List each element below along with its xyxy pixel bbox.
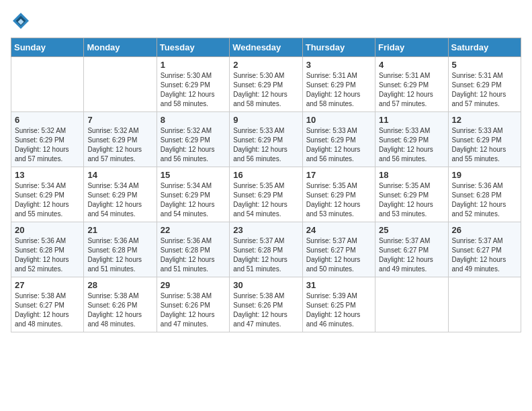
- calendar-day-header: Tuesday: [157, 38, 229, 57]
- calendar-cell: [375, 277, 448, 332]
- calendar-cell: 2Sunrise: 5:30 AM Sunset: 6:29 PM Daylig…: [230, 57, 302, 112]
- day-info: Sunrise: 5:33 AM Sunset: 6:29 PM Dayligh…: [379, 126, 444, 164]
- calendar-cell: 6Sunrise: 5:32 AM Sunset: 6:29 PM Daylig…: [11, 112, 84, 167]
- day-info: Sunrise: 5:38 AM Sunset: 6:27 PM Dayligh…: [15, 291, 80, 329]
- calendar-week-row: 20Sunrise: 5:36 AM Sunset: 6:28 PM Dayli…: [11, 222, 521, 277]
- day-info: Sunrise: 5:34 AM Sunset: 6:29 PM Dayligh…: [15, 181, 80, 219]
- day-number: 9: [233, 115, 298, 125]
- calendar-cell: 9Sunrise: 5:33 AM Sunset: 6:29 PM Daylig…: [230, 112, 302, 167]
- calendar-header-row: SundayMondayTuesdayWednesdayThursdayFrid…: [11, 38, 521, 57]
- calendar-cell: [84, 57, 157, 112]
- calendar-cell: 29Sunrise: 5:38 AM Sunset: 6:26 PM Dayli…: [157, 277, 229, 332]
- day-number: 16: [233, 170, 298, 180]
- day-info: Sunrise: 5:34 AM Sunset: 6:29 PM Dayligh…: [161, 181, 226, 219]
- day-number: 11: [379, 115, 444, 125]
- day-number: 8: [161, 115, 226, 125]
- day-info: Sunrise: 5:37 AM Sunset: 6:28 PM Dayligh…: [233, 236, 298, 274]
- day-info: Sunrise: 5:37 AM Sunset: 6:27 PM Dayligh…: [452, 236, 517, 274]
- calendar-week-row: 6Sunrise: 5:32 AM Sunset: 6:29 PM Daylig…: [11, 112, 521, 167]
- day-number: 14: [87, 170, 152, 180]
- calendar-cell: 10Sunrise: 5:33 AM Sunset: 6:29 PM Dayli…: [302, 112, 375, 167]
- day-info: Sunrise: 5:36 AM Sunset: 6:28 PM Dayligh…: [87, 236, 152, 274]
- day-info: Sunrise: 5:35 AM Sunset: 6:29 PM Dayligh…: [379, 181, 444, 219]
- day-info: Sunrise: 5:38 AM Sunset: 6:26 PM Dayligh…: [233, 291, 298, 329]
- calendar-cell: 26Sunrise: 5:37 AM Sunset: 6:27 PM Dayli…: [448, 222, 521, 277]
- calendar-cell: 31Sunrise: 5:39 AM Sunset: 6:25 PM Dayli…: [302, 277, 375, 332]
- day-number: 10: [306, 115, 371, 125]
- calendar-cell: 23Sunrise: 5:37 AM Sunset: 6:28 PM Dayli…: [230, 222, 302, 277]
- calendar-week-row: 1Sunrise: 5:30 AM Sunset: 6:29 PM Daylig…: [11, 57, 521, 112]
- calendar-cell: 22Sunrise: 5:36 AM Sunset: 6:28 PM Dayli…: [157, 222, 229, 277]
- day-info: Sunrise: 5:33 AM Sunset: 6:29 PM Dayligh…: [452, 126, 517, 164]
- day-number: 7: [87, 115, 152, 125]
- day-info: Sunrise: 5:35 AM Sunset: 6:29 PM Dayligh…: [233, 181, 298, 219]
- day-info: Sunrise: 5:35 AM Sunset: 6:29 PM Dayligh…: [306, 181, 371, 219]
- logo-icon: [11, 11, 31, 31]
- day-info: Sunrise: 5:33 AM Sunset: 6:29 PM Dayligh…: [233, 126, 298, 164]
- calendar-cell: 4Sunrise: 5:31 AM Sunset: 6:29 PM Daylig…: [375, 57, 448, 112]
- calendar-cell: 15Sunrise: 5:34 AM Sunset: 6:29 PM Dayli…: [157, 167, 229, 222]
- calendar-cell: 16Sunrise: 5:35 AM Sunset: 6:29 PM Dayli…: [230, 167, 302, 222]
- calendar-day-header: Thursday: [302, 38, 375, 57]
- day-info: Sunrise: 5:31 AM Sunset: 6:29 PM Dayligh…: [452, 71, 517, 109]
- day-info: Sunrise: 5:33 AM Sunset: 6:29 PM Dayligh…: [306, 126, 371, 164]
- page-header: [11, 11, 521, 31]
- calendar-cell: [11, 57, 84, 112]
- day-number: 26: [452, 225, 517, 235]
- day-number: 28: [87, 280, 152, 290]
- day-number: 25: [379, 225, 444, 235]
- day-number: 5: [452, 60, 517, 70]
- calendar-cell: 14Sunrise: 5:34 AM Sunset: 6:29 PM Dayli…: [84, 167, 157, 222]
- calendar-day-header: Sunday: [11, 38, 84, 57]
- day-info: Sunrise: 5:37 AM Sunset: 6:27 PM Dayligh…: [379, 236, 444, 274]
- day-info: Sunrise: 5:38 AM Sunset: 6:26 PM Dayligh…: [87, 291, 152, 329]
- calendar-cell: 12Sunrise: 5:33 AM Sunset: 6:29 PM Dayli…: [448, 112, 521, 167]
- calendar-day-header: Friday: [375, 38, 448, 57]
- day-info: Sunrise: 5:32 AM Sunset: 6:29 PM Dayligh…: [161, 126, 226, 164]
- calendar-cell: 19Sunrise: 5:36 AM Sunset: 6:28 PM Dayli…: [448, 167, 521, 222]
- day-number: 18: [379, 170, 444, 180]
- logo: [11, 11, 34, 31]
- calendar-day-header: Monday: [84, 38, 157, 57]
- calendar-week-row: 13Sunrise: 5:34 AM Sunset: 6:29 PM Dayli…: [11, 167, 521, 222]
- calendar-cell: 20Sunrise: 5:36 AM Sunset: 6:28 PM Dayli…: [11, 222, 84, 277]
- calendar-cell: 30Sunrise: 5:38 AM Sunset: 6:26 PM Dayli…: [230, 277, 302, 332]
- calendar-week-row: 27Sunrise: 5:38 AM Sunset: 6:27 PM Dayli…: [11, 277, 521, 332]
- day-number: 19: [452, 170, 517, 180]
- calendar-cell: 8Sunrise: 5:32 AM Sunset: 6:29 PM Daylig…: [157, 112, 229, 167]
- day-info: Sunrise: 5:32 AM Sunset: 6:29 PM Dayligh…: [87, 126, 152, 164]
- day-number: 31: [306, 280, 371, 290]
- calendar-cell: 17Sunrise: 5:35 AM Sunset: 6:29 PM Dayli…: [302, 167, 375, 222]
- day-info: Sunrise: 5:36 AM Sunset: 6:28 PM Dayligh…: [15, 236, 80, 274]
- day-number: 3: [306, 60, 371, 70]
- calendar-cell: 3Sunrise: 5:31 AM Sunset: 6:29 PM Daylig…: [302, 57, 375, 112]
- day-number: 6: [15, 115, 80, 125]
- day-number: 15: [161, 170, 226, 180]
- day-info: Sunrise: 5:37 AM Sunset: 6:27 PM Dayligh…: [306, 236, 371, 274]
- calendar-cell: [448, 277, 521, 332]
- day-number: 13: [15, 170, 80, 180]
- day-info: Sunrise: 5:34 AM Sunset: 6:29 PM Dayligh…: [87, 181, 152, 219]
- calendar-table: SundayMondayTuesdayWednesdayThursdayFrid…: [11, 38, 521, 332]
- calendar-day-header: Wednesday: [230, 38, 302, 57]
- day-number: 29: [161, 280, 226, 290]
- day-info: Sunrise: 5:38 AM Sunset: 6:26 PM Dayligh…: [161, 291, 226, 329]
- day-number: 20: [15, 225, 80, 235]
- calendar-cell: 21Sunrise: 5:36 AM Sunset: 6:28 PM Dayli…: [84, 222, 157, 277]
- calendar-cell: 13Sunrise: 5:34 AM Sunset: 6:29 PM Dayli…: [11, 167, 84, 222]
- day-number: 4: [379, 60, 444, 70]
- day-info: Sunrise: 5:31 AM Sunset: 6:29 PM Dayligh…: [379, 71, 444, 109]
- day-number: 1: [161, 60, 226, 70]
- day-info: Sunrise: 5:30 AM Sunset: 6:29 PM Dayligh…: [161, 71, 226, 109]
- calendar-cell: 28Sunrise: 5:38 AM Sunset: 6:26 PM Dayli…: [84, 277, 157, 332]
- day-info: Sunrise: 5:36 AM Sunset: 6:28 PM Dayligh…: [161, 236, 226, 274]
- day-info: Sunrise: 5:31 AM Sunset: 6:29 PM Dayligh…: [306, 71, 371, 109]
- day-number: 24: [306, 225, 371, 235]
- calendar-cell: 11Sunrise: 5:33 AM Sunset: 6:29 PM Dayli…: [375, 112, 448, 167]
- day-info: Sunrise: 5:30 AM Sunset: 6:29 PM Dayligh…: [233, 71, 298, 109]
- day-number: 2: [233, 60, 298, 70]
- calendar-cell: 25Sunrise: 5:37 AM Sunset: 6:27 PM Dayli…: [375, 222, 448, 277]
- calendar-cell: 27Sunrise: 5:38 AM Sunset: 6:27 PM Dayli…: [11, 277, 84, 332]
- day-number: 23: [233, 225, 298, 235]
- day-number: 17: [306, 170, 371, 180]
